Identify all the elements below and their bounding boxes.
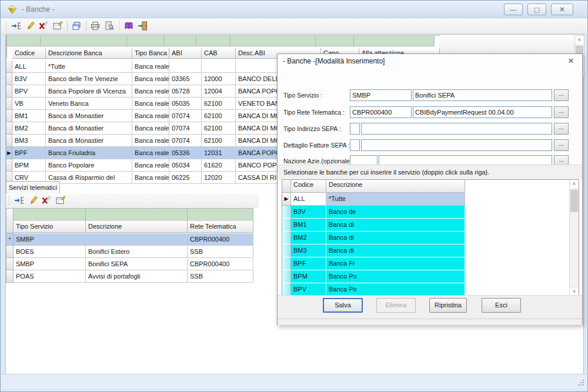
record-properties-icon[interactable]	[54, 194, 67, 207]
table-row[interactable]: BM2 Banca di	[282, 232, 465, 244]
table-row[interactable]: B3V Banco de	[282, 206, 465, 219]
servizi-grid: Tipo Servizio Descrizione Rete Telematic…	[6, 208, 253, 283]
row-marker	[6, 258, 14, 270]
row-marker	[282, 219, 291, 232]
field-label: Dettaglio Fatture SEPA :	[283, 139, 350, 151]
row-marker	[6, 270, 14, 283]
maximize-button[interactable]: ▢	[527, 4, 546, 15]
column-header[interactable]: Descrizione	[86, 221, 188, 233]
minimize-button[interactable]: —	[504, 4, 523, 15]
toolbar-grip	[8, 196, 10, 205]
table-row-selected[interactable]: ▶ ALL *Tutte	[282, 193, 465, 206]
help-book-icon[interactable]	[122, 19, 135, 32]
row-marker	[6, 98, 12, 110]
column-header[interactable]: Codice	[12, 48, 46, 59]
dialog-grid-vscrollbar[interactable]: ∧ ∨	[569, 180, 579, 296]
dettaglio-fatture-code-input[interactable]	[350, 139, 360, 151]
row-marker	[6, 135, 12, 147]
column-header[interactable]: Tipo Servizio	[14, 221, 86, 233]
row-marker	[282, 257, 291, 270]
toolbar-separator	[86, 21, 86, 31]
window-titlebar[interactable]: - Banche - — ▢ ✕	[1, 1, 587, 18]
servizi-toolbar	[6, 193, 259, 208]
table-row[interactable]: BPM Banco Po	[282, 270, 465, 283]
dialog-title[interactable]: - Banche -[Modalità Inserimento]	[278, 54, 582, 69]
edit-record-icon[interactable]	[27, 194, 40, 207]
row-marker	[6, 61, 12, 73]
print-icon[interactable]	[89, 19, 102, 32]
new-record-icon[interactable]	[10, 19, 23, 32]
table-row[interactable]: BM3 Banca di	[282, 244, 465, 257]
instruction-text: Selezionare le banche per cui inserire i…	[278, 165, 582, 179]
dialog-close-icon[interactable]: ✕	[566, 56, 576, 66]
scroll-up-arrow[interactable]: ∧	[570, 180, 579, 189]
tipo-servizio-code-input[interactable]: SMBP	[350, 89, 412, 101]
scroll-thumb[interactable]	[570, 190, 578, 212]
banche-select-grid: Codice Descrizione ▶ ALL *Tutte B3V Banc…	[282, 180, 465, 296]
salva-button[interactable]: Salva	[323, 298, 363, 313]
toolbar-grip	[119, 21, 121, 31]
print-preview-icon[interactable]	[103, 19, 116, 32]
table-row[interactable]: POAS Avvisi di portafogli SSB	[6, 270, 253, 283]
toolbar-separator	[67, 21, 68, 31]
new-record-icon[interactable]	[13, 194, 26, 207]
tipo-indirizzo-desc-input[interactable]	[361, 123, 552, 135]
row-marker	[6, 122, 12, 135]
record-properties-icon[interactable]	[51, 19, 64, 32]
dettaglio-fatture-desc-input[interactable]	[361, 139, 552, 151]
tipo-rete-code-input[interactable]: CBPR000400	[350, 106, 412, 118]
table-row[interactable]: BOES Bonifici Estero SSB	[6, 246, 253, 258]
app-diamond-icon	[8, 5, 17, 14]
column-header[interactable]: CAB	[202, 48, 236, 59]
field-label: Tipo Rete Telematica :	[283, 106, 345, 118]
browse-button[interactable]: ...	[554, 123, 569, 135]
row-marker	[6, 159, 12, 172]
table-row[interactable]: SMBP Bonifici SEPA CBPR000400	[6, 258, 253, 270]
scroll-up-arrow[interactable]: ∧	[575, 36, 584, 45]
table-row-selected[interactable]: * SMBP CBPR000400	[6, 233, 253, 246]
browse-button[interactable]: ...	[554, 106, 569, 118]
column-header[interactable]: ABI	[169, 48, 202, 59]
table-row[interactable]: BPV Banca Po	[282, 283, 465, 296]
close-button[interactable]: ✕	[551, 4, 573, 15]
browse-button[interactable]: ...	[554, 89, 569, 101]
corner-cell	[282, 180, 291, 193]
column-header[interactable]: Codice	[291, 180, 326, 193]
field-label: Tipo Servizio :	[283, 89, 322, 101]
row-marker	[282, 206, 291, 219]
tipo-rete-desc-input[interactable]: CBIBdyPaymentRequest 00.04.00	[413, 106, 552, 118]
row-marker	[282, 283, 291, 296]
grid-group-header	[6, 36, 440, 48]
table-row[interactable]: BM1 Banca di	[282, 219, 465, 232]
ripristina-button[interactable]: Ripristina	[429, 298, 467, 313]
copy-icon[interactable]	[70, 19, 83, 32]
column-header[interactable]: Rete Telematica	[188, 221, 253, 233]
delete-record-icon[interactable]	[40, 194, 53, 207]
tab-servizi-telematici[interactable]: Servizi telematici	[6, 181, 60, 193]
toolbar-grip	[5, 21, 7, 31]
edit-record-icon[interactable]	[24, 19, 37, 32]
grid-group-header	[6, 209, 253, 221]
app-window: - Banche - — ▢ ✕	[0, 0, 588, 392]
row-marker	[282, 244, 291, 257]
table-row[interactable]: BPF Banca Fr	[282, 257, 465, 270]
column-header[interactable]: Tipo Banca	[132, 48, 169, 59]
row-marker	[6, 73, 12, 85]
resize-grip-icon[interactable]	[578, 380, 584, 386]
grid-header-row: Codice Descrizione	[282, 180, 465, 193]
column-header[interactable]: Descrizione Banca	[46, 48, 132, 59]
elimina-button: Elimina	[376, 298, 416, 313]
delete-record-icon[interactable]	[37, 19, 50, 32]
row-marker-current: ▶	[282, 193, 291, 206]
row-marker-new: *	[6, 233, 14, 246]
window-title: - Banche -	[22, 1, 54, 18]
esci-button[interactable]: Esci	[482, 298, 521, 313]
modal-banche-inserimento: - Banche -[Modalità Inserimento] ✕ Tipo …	[277, 53, 583, 325]
browse-button[interactable]: ...	[554, 139, 569, 151]
tipo-indirizzo-code-input[interactable]	[350, 123, 360, 135]
grid-header-row: Tipo Servizio Descrizione Rete Telematic…	[14, 221, 253, 233]
tipo-servizio-desc-input[interactable]: Bonifici SEPA	[413, 89, 552, 101]
column-header[interactable]: Descrizione	[326, 180, 465, 193]
exit-door-icon[interactable]	[136, 19, 149, 32]
row-marker	[282, 232, 291, 244]
